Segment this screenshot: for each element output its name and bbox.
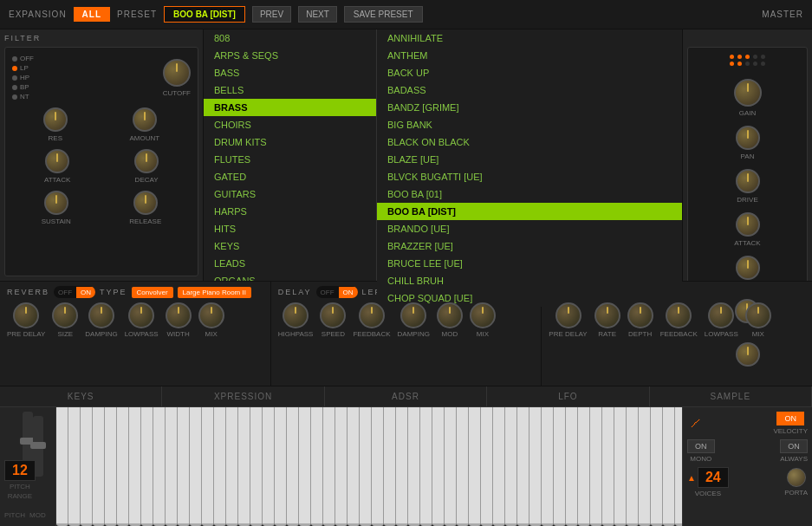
preset-item[interactable]: BACK UP	[377, 64, 682, 81]
reverb-mix-knob[interactable]	[198, 302, 224, 328]
filter-dot-nt[interactable]	[12, 94, 17, 100]
piano-white-key[interactable]	[202, 407, 214, 526]
piano-white-key[interactable]	[614, 407, 627, 526]
reverb-lowpass-knob[interactable]	[128, 302, 154, 328]
reverb-toggle[interactable]: OFF ON	[54, 286, 95, 298]
piano-white-key[interactable]	[675, 407, 682, 526]
velocity-on-button[interactable]: ON	[776, 412, 804, 425]
delay-damping-knob[interactable]	[400, 302, 426, 328]
delay-speed-knob[interactable]	[320, 302, 346, 328]
piano-white-key[interactable]	[263, 407, 275, 526]
master-drive-knob[interactable]	[736, 169, 760, 193]
reverb-damping-knob[interactable]	[88, 302, 114, 328]
category-item[interactable]: HARPS	[204, 203, 376, 220]
piano-white-key[interactable]	[505, 407, 517, 526]
piano-white-key[interactable]	[602, 407, 614, 526]
bottom-tab-lfo[interactable]: LFO	[487, 386, 649, 406]
filter-dot-lp[interactable]	[12, 66, 17, 71]
piano-white-key[interactable]	[56, 407, 68, 526]
piano-white-key[interactable]	[578, 407, 590, 526]
master-release-knob[interactable]	[736, 342, 760, 367]
chorus-predelay-knob[interactable]	[555, 302, 581, 328]
filter-dot-hp[interactable]	[12, 75, 17, 81]
amount-knob[interactable]	[133, 107, 157, 132]
reverb-width-knob[interactable]	[166, 302, 192, 328]
piano-keyboard[interactable]	[56, 407, 682, 526]
piano-white-key[interactable]	[105, 407, 117, 526]
category-item[interactable]: LEADS	[204, 255, 376, 272]
chorus-feedback-knob[interactable]	[666, 302, 692, 328]
preset-item[interactable]: ANNIHILATE	[377, 29, 682, 47]
bottom-tab-adsr[interactable]: ADSR	[325, 386, 487, 406]
chorus-mix-knob[interactable]	[745, 302, 771, 328]
voices-up-icon[interactable]: ▲	[687, 473, 696, 483]
piano-white-key[interactable]	[396, 407, 408, 526]
piano-white-key[interactable]	[299, 407, 311, 526]
category-item[interactable]: 808	[204, 29, 376, 47]
piano-white-key[interactable]	[287, 407, 299, 526]
chorus-depth-knob[interactable]	[627, 302, 653, 328]
piano-white-key[interactable]	[469, 407, 481, 526]
filter-attack-knob[interactable]	[45, 149, 69, 173]
preset-item[interactable]: BANDZ [GRIME]	[377, 99, 682, 116]
piano-white-key[interactable]	[663, 407, 675, 526]
delay-mod-knob[interactable]	[437, 302, 463, 328]
piano-white-key[interactable]	[250, 407, 263, 526]
piano-white-key[interactable]	[68, 407, 81, 526]
preset-item[interactable]: BOO BA [DIST]	[377, 203, 682, 220]
preset-item[interactable]: BLACK ON BLACK	[377, 133, 682, 151]
preset-item[interactable]: BOO BA [01]	[377, 185, 682, 203]
piano-white-key[interactable]	[335, 407, 348, 526]
bottom-tab-keys[interactable]: KEYS	[0, 386, 162, 406]
piano-white-key[interactable]	[360, 407, 372, 526]
piano-white-key[interactable]	[554, 407, 566, 526]
category-item[interactable]: KEYS	[204, 237, 376, 255]
piano-white-key[interactable]	[420, 407, 432, 526]
category-item[interactable]: FLUTES	[204, 151, 376, 168]
piano-white-key[interactable]	[590, 407, 602, 526]
piano-white-key[interactable]	[432, 407, 445, 526]
category-item[interactable]: BASS	[204, 64, 376, 81]
preset-item[interactable]: BADASS	[377, 81, 682, 99]
master-pan-knob[interactable]	[736, 126, 760, 150]
piano-white-key[interactable]	[238, 407, 250, 526]
piano-white-key[interactable]	[493, 407, 505, 526]
piano-white-key[interactable]	[178, 407, 190, 526]
delay-mix-knob[interactable]	[470, 302, 496, 328]
filter-sustain-knob[interactable]	[44, 191, 68, 215]
reverb-type2-btn[interactable]: Large Piano Room II	[178, 287, 251, 298]
preset-item[interactable]: BRUCE LEE [UE]	[377, 255, 682, 272]
prev-button[interactable]: PREV	[252, 6, 291, 23]
piano-white-key[interactable]	[651, 407, 663, 526]
category-item[interactable]: ARPS & SEQS	[204, 47, 376, 64]
mono-button[interactable]: ON	[687, 439, 715, 453]
piano-white-key[interactable]	[529, 407, 542, 526]
save-preset-button[interactable]: SAVE PRESET	[344, 6, 423, 23]
preset-item[interactable]: ANTHEM	[377, 47, 682, 64]
piano-white-key[interactable]	[408, 407, 420, 526]
porta-knob[interactable]	[787, 468, 806, 487]
piano-white-key[interactable]	[457, 407, 469, 526]
expansion-all-button[interactable]: ALL	[74, 7, 110, 22]
category-item[interactable]: BRASS	[204, 99, 376, 116]
master-decay-knob[interactable]	[736, 256, 760, 280]
category-item[interactable]: CHOIRS	[204, 116, 376, 133]
piano-white-key[interactable]	[566, 407, 578, 526]
chorus-rate-knob[interactable]	[594, 302, 620, 328]
piano-white-key[interactable]	[190, 407, 202, 526]
piano-white-key[interactable]	[311, 407, 323, 526]
piano-white-key[interactable]	[517, 407, 529, 526]
piano-white-key[interactable]	[445, 407, 457, 526]
piano-white-key[interactable]	[372, 407, 384, 526]
reverb-type1-btn[interactable]: Convolver	[132, 287, 173, 298]
preset-item[interactable]: CHILL BRUH	[377, 272, 682, 289]
piano-white-key[interactable]	[275, 407, 287, 526]
preset-item[interactable]: BRANDO [UE]	[377, 220, 682, 237]
category-item[interactable]: GATED	[204, 168, 376, 185]
filter-release-knob[interactable]	[133, 191, 158, 215]
piano-white-key[interactable]	[153, 407, 166, 526]
piano-white-key[interactable]	[627, 407, 639, 526]
category-item[interactable]: DRUM KITS	[204, 133, 376, 151]
piano-white-key[interactable]	[166, 407, 178, 526]
next-button[interactable]: NEXT	[298, 6, 337, 23]
